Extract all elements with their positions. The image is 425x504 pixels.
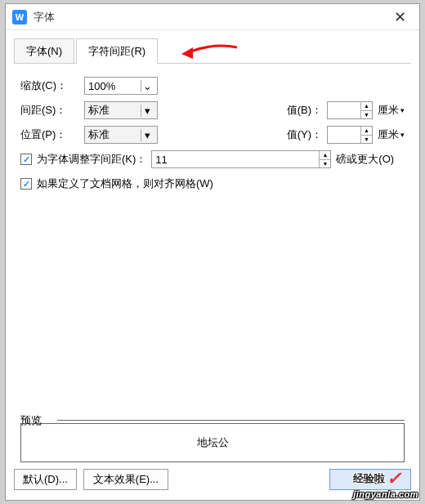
preview-text: 地坛公	[197, 435, 229, 450]
position-value-pair: 值(Y)： ▲ ▼ 厘米 ▾	[273, 126, 405, 144]
row-kerning: ✓ 为字体调整字间距(K)： 11 ▲ ▼ 磅或更大(O)	[20, 149, 405, 170]
spacing-value-input[interactable]: ▲ ▼	[327, 101, 373, 119]
position-value-input[interactable]: ▲ ▼	[327, 126, 373, 144]
tri-down-icon: ▾	[141, 129, 154, 141]
position-select[interactable]: 标准 ▾	[84, 126, 158, 144]
row-scale: 缩放(C)： 100% ⌄	[20, 75, 405, 96]
spacing-value-text	[328, 102, 360, 118]
spinner-buttons[interactable]: ▲ ▼	[360, 127, 372, 143]
kerning-value-input[interactable]: 11 ▲ ▼	[151, 150, 331, 168]
spin-down-icon[interactable]: ▼	[361, 111, 372, 119]
spacing-unit-text: 厘米	[378, 103, 399, 118]
spin-up-icon[interactable]: ▲	[320, 151, 330, 160]
body-area: 字体(N) 字符间距(R) 缩放(C)： 100% ⌄ 间距(S)： 标准 ▾ …	[6, 30, 419, 462]
watermark: 经验啦 ✓ jingyanla.com	[353, 468, 418, 499]
preview-label: 预览	[20, 413, 405, 431]
row-position: 位置(P)： 标准 ▾ 值(Y)： ▲ ▼ 厘米	[20, 124, 405, 145]
check-icon: ✓	[387, 468, 401, 489]
annotation-arrow	[181, 42, 239, 60]
kerning-suffix: 磅或更大(O)	[336, 152, 394, 167]
tab-font[interactable]: 字体(N)	[14, 38, 74, 64]
position-unit-text: 厘米	[378, 127, 399, 142]
spin-down-icon[interactable]: ▼	[361, 136, 372, 144]
scale-value: 100%	[88, 80, 141, 92]
svg-marker-0	[181, 47, 193, 59]
position-unit[interactable]: 厘米 ▾	[378, 127, 405, 142]
scale-label: 缩放(C)：	[20, 78, 84, 93]
snap-label: 如果定义了文档网格，则对齐网格(W)	[37, 176, 213, 191]
row-spacing: 间距(S)： 标准 ▾ 值(B)： ▲ ▼ 厘米	[20, 100, 405, 121]
default-button[interactable]: 默认(D)...	[14, 469, 77, 490]
spacing-value-label: 值(B)：	[273, 103, 322, 118]
spinner-buttons[interactable]: ▲ ▼	[319, 151, 330, 167]
font-dialog: W 字体 ✕ 字体(N) 字符间距(R) 缩放(C)： 100% ⌄ 间距(S)…	[5, 3, 420, 501]
kerning-label: 为字体调整字间距(K)：	[37, 152, 146, 167]
spinner-buttons[interactable]: ▲ ▼	[360, 102, 372, 118]
scale-select[interactable]: 100% ⌄	[84, 77, 158, 95]
snap-checkbox[interactable]: ✓	[20, 178, 32, 190]
spacing-label: 间距(S)：	[20, 103, 84, 118]
window-title: 字体	[34, 10, 387, 25]
kerning-checkbox[interactable]: ✓	[20, 154, 32, 165]
tab-content: 缩放(C)： 100% ⌄ 间距(S)： 标准 ▾ 值(B)：	[14, 64, 411, 462]
text-effect-button[interactable]: 文本效果(E)...	[83, 469, 168, 490]
position-value: 标准	[88, 127, 141, 142]
content-spacer	[20, 198, 405, 413]
tri-down-icon: ▾	[400, 131, 405, 139]
app-icon: W	[12, 10, 27, 25]
tri-down-icon: ▾	[400, 106, 405, 114]
preview-divider	[57, 420, 405, 421]
position-value-text	[328, 127, 360, 143]
spin-down-icon[interactable]: ▼	[320, 160, 330, 168]
spacing-select[interactable]: 标准 ▾	[84, 101, 158, 119]
close-button[interactable]: ✕	[387, 6, 413, 29]
chevron-down-icon: ⌄	[141, 80, 154, 92]
tri-down-icon: ▾	[141, 105, 154, 117]
titlebar: W 字体 ✕	[6, 4, 419, 30]
watermark-zh: 经验啦	[353, 471, 385, 486]
tab-char-spacing[interactable]: 字符间距(R)	[76, 38, 158, 64]
spacing-value: 标准	[88, 103, 141, 118]
spacing-value-pair: 值(B)： ▲ ▼ 厘米 ▾	[273, 101, 405, 119]
watermark-top: 经验啦 ✓	[353, 468, 418, 489]
spin-up-icon[interactable]: ▲	[361, 127, 372, 136]
preview-label-wrap: 预览	[20, 413, 405, 423]
spacing-unit[interactable]: 厘米 ▾	[378, 103, 405, 118]
row-snap: ✓ 如果定义了文档网格，则对齐网格(W)	[20, 173, 405, 194]
kerning-value-text: 11	[152, 151, 319, 167]
watermark-url: jingyanla.com	[353, 489, 418, 499]
position-label: 位置(P)：	[20, 127, 84, 142]
spin-up-icon[interactable]: ▲	[361, 102, 372, 111]
position-value-label: 值(Y)：	[273, 127, 322, 142]
